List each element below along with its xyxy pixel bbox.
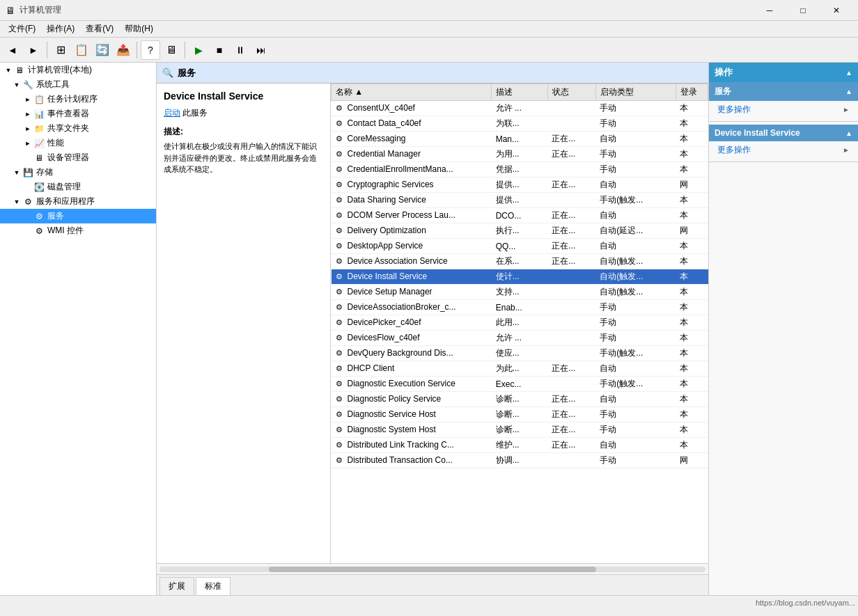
- menubar: 文件(F) 操作(A) 查看(V) 帮助(H): [0, 21, 858, 38]
- svc-login-cell: 本: [676, 300, 708, 315]
- pause-button[interactable]: ⏸: [231, 40, 250, 60]
- maximize-button[interactable]: □: [787, 0, 819, 21]
- minimize-button[interactable]: ─: [754, 0, 786, 21]
- services-table: 名称 ▲ 描述 状态 启动类型 登录 ⚙ConsentUX_c40ef 允许 .…: [331, 84, 708, 563]
- tree-wmi[interactable]: ⚙ WMI 控件: [0, 223, 156, 238]
- table-row[interactable]: ⚙CoreMessaging Man... 正在... 自动 本: [332, 132, 708, 147]
- menu-file[interactable]: 文件(F): [3, 22, 41, 36]
- col-name[interactable]: 名称 ▲: [332, 84, 492, 101]
- table-row[interactable]: ⚙Device Setup Manager 支持... 自动(触发... 本: [332, 285, 708, 300]
- table-row[interactable]: ⚙DevicesFlow_c40ef 允许 ... 手动 本: [332, 331, 708, 346]
- svc-desc-cell: 为此...: [492, 361, 548, 377]
- tree-shared-folders[interactable]: ► 📁 共享文件夹: [0, 121, 156, 136]
- tab-standard[interactable]: 标准: [196, 577, 231, 595]
- col-login[interactable]: 登录: [676, 84, 708, 101]
- tree-device-manager[interactable]: 🖥 设备管理器: [0, 150, 156, 165]
- table-row[interactable]: ⚙Credential Manager 为用... 正在... 手动 本: [332, 147, 708, 162]
- table-row[interactable]: ⚙Distributed Link Tracking C... 维护... 正在…: [332, 438, 708, 453]
- tree-root[interactable]: ▼ 🖥 计算机管理(本地): [0, 63, 156, 77]
- table-row[interactable]: ⚙Contact Data_c40ef 为联... 手动 本: [332, 116, 708, 132]
- toolbar-btn-5[interactable]: 🖥: [162, 40, 181, 60]
- tree-task-scheduler[interactable]: ► 📋 任务计划程序: [0, 92, 156, 106]
- expand-icon-svc-apps: ▼: [11, 196, 22, 207]
- svc-status-cell: [547, 331, 595, 346]
- svc-status-cell: [547, 285, 595, 300]
- tree-services[interactable]: ⚙ 服务: [0, 209, 156, 223]
- svc-name-cell: ⚙Delivery Optimization: [332, 223, 492, 239]
- col-startup[interactable]: 启动类型: [595, 84, 676, 101]
- table-row[interactable]: ⚙Diagnostic Policy Service 诊断... 正在... 自…: [332, 392, 708, 407]
- toolbar-btn-1[interactable]: ⊞: [51, 40, 70, 60]
- toolbar-btn-2[interactable]: 📋: [72, 40, 91, 60]
- table-row[interactable]: ⚙ConsentUX_c40ef 允许 ... 手动 本: [332, 101, 708, 116]
- start-service-link[interactable]: 启动: [164, 108, 180, 118]
- gear-icon: ⚙: [336, 104, 345, 113]
- description-panel: Device Install Service 启动 此服务 描述: 使计算机在极…: [157, 84, 331, 563]
- svc-startup-cell: 手动(触发...: [595, 346, 676, 361]
- table-row[interactable]: ⚙DeviceAssociationBroker_c... Enab... 手动…: [332, 300, 708, 315]
- tab-expand[interactable]: 扩展: [159, 577, 194, 595]
- menu-help[interactable]: 帮助(H): [119, 22, 159, 36]
- col-status[interactable]: 状态: [547, 84, 595, 101]
- forward-button[interactable]: ►: [24, 40, 43, 60]
- step-button[interactable]: ⏭: [251, 40, 271, 60]
- tree-event-viewer[interactable]: ► 📊 事件查看器: [0, 106, 156, 121]
- svc-name-cell: ⚙DevicePicker_c40ef: [332, 315, 492, 331]
- tree-services-apps[interactable]: ▼ ⚙ 服务和应用程序: [0, 194, 156, 209]
- tree-performance[interactable]: ► 📈 性能: [0, 136, 156, 150]
- play-button[interactable]: ▶: [189, 40, 208, 60]
- table-row[interactable]: ⚙DevQuery Background Dis... 使应... 手动(触发.…: [332, 346, 708, 361]
- wrench-icon: 🔧: [22, 79, 33, 90]
- table-row[interactable]: ⚙Device Install Service 使计... 自动(触发... 本: [332, 269, 708, 285]
- tree-system-tools[interactable]: ▼ 🔧 系统工具: [0, 77, 156, 92]
- toolbar-btn-3[interactable]: 🔄: [93, 40, 112, 60]
- table-row[interactable]: ⚙DHCP Client 为此... 正在... 自动 本: [332, 361, 708, 377]
- svc-status-cell: 正在...: [547, 438, 595, 453]
- table-row[interactable]: ⚙DesktopApp Service QQ... 正在... 自动 本: [332, 239, 708, 254]
- svc-login-cell: 本: [676, 285, 708, 300]
- toolbar-btn-4[interactable]: 📤: [114, 40, 133, 60]
- expand-icon-wmi: [22, 226, 33, 237]
- svc-startup-cell: 手动: [595, 162, 676, 177]
- menu-view[interactable]: 查看(V): [80, 22, 119, 36]
- gear-icon: ⚙: [336, 257, 345, 267]
- tree-disk-mgmt[interactable]: 💽 磁盘管理: [0, 180, 156, 194]
- svc-login-cell: 本: [676, 361, 708, 377]
- menu-action[interactable]: 操作(A): [41, 22, 80, 36]
- close-button[interactable]: ✕: [820, 0, 852, 21]
- table-row[interactable]: ⚙CredentialEnrollmentMana... 凭据... 手动 本: [332, 162, 708, 177]
- col-desc[interactable]: 描述: [492, 84, 548, 101]
- table-row[interactable]: ⚙Delivery Optimization 执行... 正在... 自动(延迟…: [332, 223, 708, 239]
- tree-storage[interactable]: ▼ 💾 存储: [0, 165, 156, 180]
- action-more-ops-2[interactable]: 更多操作 ►: [709, 141, 858, 159]
- gear-icon: ⚙: [336, 272, 345, 282]
- table-row[interactable]: ⚙Data Sharing Service 提供... 手动(触发... 本: [332, 193, 708, 208]
- svc-name-cell: ⚙DevQuery Background Dis...: [332, 346, 492, 361]
- back-button[interactable]: ◄: [3, 40, 22, 60]
- svc-name-cell: ⚙Data Sharing Service: [332, 193, 492, 208]
- table-row[interactable]: ⚙Cryptographic Services 提供... 正在... 自动 网: [332, 177, 708, 193]
- app-icon: 🖥: [6, 5, 15, 16]
- gear-icon: ⚙: [336, 180, 345, 190]
- action-more-ops-1[interactable]: 更多操作 ►: [709, 101, 858, 118]
- svc-desc-cell: QQ...: [492, 239, 548, 254]
- action-section-header-services: 服务 ▲: [709, 82, 858, 101]
- tree-system-tools-label: 系统工具: [36, 79, 70, 90]
- svc-status-cell: [547, 346, 595, 361]
- toolbar-btn-help[interactable]: ?: [141, 40, 160, 60]
- gear-icon: ⚙: [336, 318, 345, 328]
- gear-icon: ⚙: [336, 119, 345, 129]
- svc-name-cell: ⚙Device Setup Manager: [332, 285, 492, 300]
- table-row[interactable]: ⚙Device Association Service 在系... 正在... …: [332, 254, 708, 269]
- svc-name-cell: ⚙DeviceAssociationBroker_c...: [332, 300, 492, 315]
- table-row[interactable]: ⚙Distributed Transaction Co... 协调... 手动 …: [332, 453, 708, 468]
- table-row[interactable]: ⚙DCOM Server Process Lau... DCO... 正在...…: [332, 208, 708, 223]
- svc-name-cell: ⚙ConsentUX_c40ef: [332, 101, 492, 116]
- stop-button[interactable]: ■: [210, 40, 229, 60]
- svc-status-cell: 正在...: [547, 208, 595, 223]
- table-row[interactable]: ⚙Diagnostic Execution Service Exec... 手动…: [332, 377, 708, 392]
- expand-icon-event: ►: [22, 109, 33, 120]
- table-row[interactable]: ⚙DevicePicker_c40ef 此用... 手动 本: [332, 315, 708, 331]
- table-row[interactable]: ⚙Diagnostic System Host 诊断... 正在... 手动 本: [332, 422, 708, 438]
- table-row[interactable]: ⚙Diagnostic Service Host 诊断... 正在... 手动 …: [332, 407, 708, 422]
